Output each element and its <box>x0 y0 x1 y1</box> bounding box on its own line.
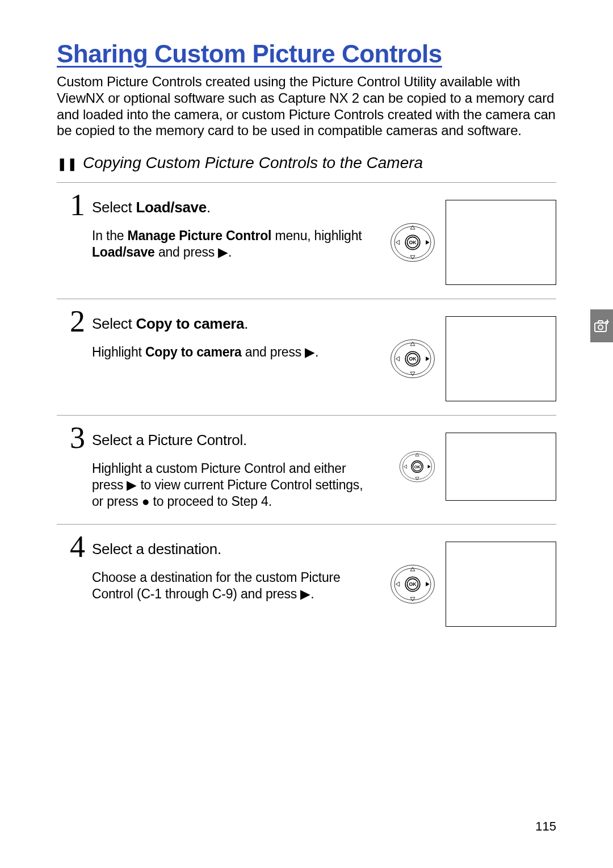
multi-selector-icon: OK <box>399 448 435 485</box>
multi-selector-icon: OK <box>390 336 435 381</box>
svg-marker-17 <box>426 357 429 361</box>
multi-selector-icon: OK <box>390 561 435 607</box>
step-description: Choose a destination for the custom Pict… <box>92 569 364 602</box>
svg-marker-26 <box>428 465 431 468</box>
step-title: Select a destination. <box>92 540 390 558</box>
svg-marker-33 <box>410 598 415 601</box>
steps-list: 1 Select Load/save. In the Manage Pictur… <box>57 182 556 640</box>
camera-plus-icon <box>594 319 609 333</box>
svg-marker-5 <box>410 226 415 229</box>
svg-marker-14 <box>410 342 415 346</box>
page-number: 115 <box>535 819 556 834</box>
svg-point-37 <box>598 325 603 330</box>
step-number: 1 <box>57 190 85 220</box>
intro-paragraph: Custom Picture Controls created using th… <box>57 74 556 139</box>
step-number: 3 <box>57 422 85 453</box>
step-body: Select a destination. Choose a destinati… <box>92 525 390 617</box>
step-title: Select Copy to camera. <box>92 315 390 333</box>
page-title: Sharing Custom Picture Controls <box>57 40 556 68</box>
step-description: Highlight a custom Picture Control and e… <box>92 460 364 509</box>
svg-marker-35 <box>426 582 429 586</box>
step-title: Select a Picture Control. <box>92 431 399 449</box>
step-number: 4 <box>57 531 85 562</box>
step-title: Select Load/save. <box>92 199 390 216</box>
svg-marker-25 <box>404 465 406 468</box>
svg-text:OK: OK <box>409 582 417 588</box>
edge-tab <box>590 309 613 342</box>
manual-page: Sharing Custom Picture Controls Custom P… <box>0 0 613 868</box>
step-number: 2 <box>57 306 85 337</box>
multi-selector-icon: OK <box>390 220 435 265</box>
section-bullet-icon: ❚❚ <box>57 157 77 171</box>
svg-marker-23 <box>415 454 419 456</box>
svg-text:OK: OK <box>414 465 421 469</box>
step: 4 Select a destination. Choose a destina… <box>57 524 556 640</box>
step: 1 Select Load/save. In the Manage Pictur… <box>57 183 556 299</box>
svg-marker-6 <box>410 255 415 259</box>
step-body: Select a Picture Control. Highlight a cu… <box>92 416 399 524</box>
step-figures: OK <box>399 416 556 514</box>
svg-marker-34 <box>396 582 399 586</box>
svg-marker-15 <box>410 372 415 375</box>
svg-rect-36 <box>595 323 606 332</box>
svg-marker-16 <box>396 357 399 361</box>
step: 2 Select Copy to camera. Highlight Copy … <box>57 299 556 415</box>
lcd-screenshot-placeholder <box>446 542 556 627</box>
lcd-screenshot-placeholder <box>446 200 556 285</box>
section-heading: ❚❚ Copying Custom Picture Controls to th… <box>57 154 556 172</box>
step-description: Highlight Copy to camera and press ▶. <box>92 344 364 360</box>
lcd-screenshot-placeholder <box>446 433 556 501</box>
step: 3 Select a Picture Control. Highlight a … <box>57 415 556 524</box>
step-description: In the Manage Picture Control menu, high… <box>92 228 364 261</box>
svg-text:OK: OK <box>409 240 417 245</box>
step-body: Select Copy to camera. Highlight Copy to… <box>92 299 390 375</box>
svg-text:OK: OK <box>409 356 417 362</box>
step-figures: OK <box>390 183 556 299</box>
section-heading-text: Copying Custom Picture Controls to the C… <box>83 154 423 172</box>
svg-marker-8 <box>426 240 429 245</box>
svg-marker-24 <box>415 477 419 480</box>
lcd-screenshot-placeholder <box>446 316 556 401</box>
step-figures: OK <box>390 299 556 415</box>
svg-marker-7 <box>396 240 399 245</box>
svg-marker-32 <box>410 568 415 571</box>
step-figures: OK <box>390 525 556 640</box>
step-body: Select Load/save. In the Manage Picture … <box>92 183 390 275</box>
